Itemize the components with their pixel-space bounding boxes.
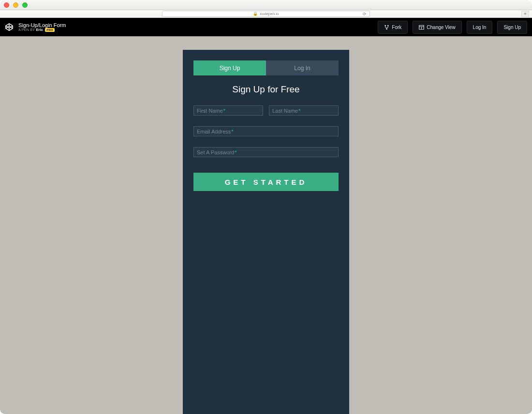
pen-title-block: Sign-Up/Login Form A PEN BY Eric PRO — [18, 22, 66, 32]
svg-point-3 — [385, 25, 386, 26]
tab-login-label: Log In — [294, 65, 310, 72]
browser-toolbar: 🔒 codepen.io ⟳ + — [0, 10, 532, 18]
traffic-lights — [4, 2, 28, 8]
tab-login[interactable]: Log In — [266, 60, 339, 75]
get-started-button[interactable]: GET STARTED — [193, 173, 339, 191]
email-field[interactable]: Email Address* — [193, 126, 339, 136]
form-title: Sign Up for Free — [193, 84, 339, 95]
form-tabs: Sign Up Log In — [193, 60, 339, 75]
change-view-button[interactable]: Change View — [413, 21, 461, 34]
svg-point-5 — [386, 28, 387, 30]
password-placeholder: Set A Password — [197, 149, 234, 155]
header-signup-label: Sign Up — [503, 25, 521, 30]
header-login-label: Log In — [473, 25, 487, 30]
first-name-placeholder: First Name — [197, 108, 223, 114]
pen-author: Eric — [36, 28, 43, 31]
preview-pane: Sign Up Log In Sign Up for Free First Na… — [0, 36, 532, 414]
zoom-window-button[interactable] — [22, 2, 28, 8]
codepen-header: Sign-Up/Login Form A PEN BY Eric PRO For… — [0, 18, 532, 36]
required-marker: * — [223, 108, 225, 114]
close-window-button[interactable] — [4, 2, 9, 8]
required-marker: * — [298, 108, 300, 114]
change-view-label: Change View — [427, 25, 455, 30]
submit-label: GET STARTED — [225, 178, 308, 186]
required-marker: * — [235, 149, 236, 155]
subtitle-prefix: A PEN BY — [18, 28, 35, 31]
fork-button[interactable]: Fork — [378, 21, 408, 34]
svg-point-4 — [387, 25, 389, 26]
name-row: First Name* Last Name* — [193, 105, 339, 116]
reload-icon[interactable]: ⟳ — [363, 12, 367, 16]
tab-signup[interactable]: Sign Up — [193, 60, 266, 75]
signup-form-card: Sign Up Log In Sign Up for Free First Na… — [183, 50, 349, 414]
password-row: Set A Password* — [193, 147, 339, 157]
first-name-field[interactable]: First Name* — [193, 105, 263, 116]
email-row: Email Address* — [193, 126, 339, 136]
url-text: codepen.io — [260, 12, 279, 16]
pro-badge: PRO — [45, 28, 55, 32]
last-name-placeholder: Last Name — [272, 108, 298, 114]
pen-subtitle: A PEN BY Eric PRO — [18, 28, 66, 32]
fork-icon — [384, 25, 389, 30]
last-name-field[interactable]: Last Name* — [269, 105, 339, 116]
layout-icon — [419, 25, 424, 30]
minimize-window-button[interactable] — [13, 2, 18, 8]
new-tab-button[interactable]: + — [521, 11, 529, 17]
codepen-logo-icon — [5, 23, 14, 31]
tab-signup-label: Sign Up — [220, 65, 240, 72]
password-field[interactable]: Set A Password* — [193, 147, 339, 157]
fork-label: Fork — [392, 25, 401, 30]
required-marker: * — [231, 129, 233, 134]
header-signup-button[interactable]: Sign Up — [497, 21, 527, 34]
email-placeholder: Email Address — [197, 129, 231, 134]
pen-title: Sign-Up/Login Form — [18, 22, 66, 28]
header-login-button[interactable]: Log In — [467, 21, 493, 34]
mac-titlebar — [0, 0, 532, 10]
url-bar[interactable]: 🔒 codepen.io ⟳ — [162, 11, 370, 17]
lock-icon: 🔒 — [253, 12, 258, 16]
